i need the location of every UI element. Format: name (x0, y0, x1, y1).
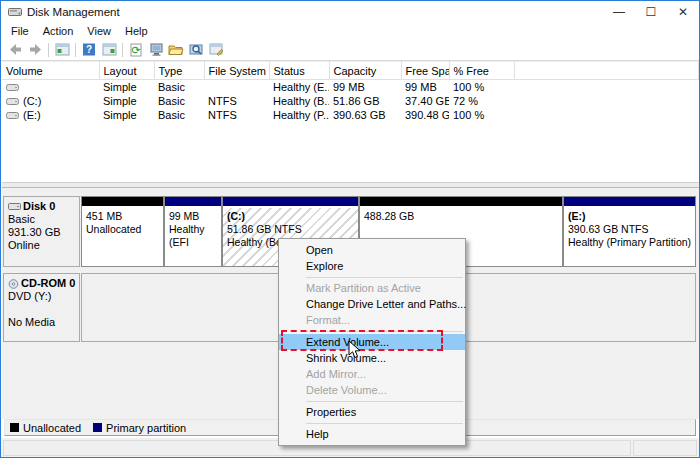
volume-list: Volume Layout Type File System Status Ca… (2, 61, 699, 182)
legend-primary-partition: Primary partition (93, 422, 186, 434)
volume-list-header: Volume Layout Type File System Status Ca… (2, 62, 699, 80)
legend-label: Unallocated (23, 422, 81, 434)
menu-action[interactable]: Action (36, 24, 81, 38)
volume-row[interactable]: (E:) Simple Basic NTFS Healthy (P... 390… (2, 108, 699, 122)
cell-pct-free: 100 % (449, 80, 514, 95)
cdrom-name: CD-ROM 0 (21, 277, 75, 290)
menu-help[interactable]: Help (118, 24, 155, 38)
maximize-button[interactable]: ☐ (635, 1, 667, 23)
cell-pct-free: 100 % (449, 108, 514, 122)
mouse-cursor-icon (348, 340, 362, 362)
help-icon[interactable]: ? (79, 41, 99, 59)
menu-item-properties[interactable]: Properties (279, 404, 465, 420)
col-file-system[interactable]: File System (204, 62, 269, 80)
cell-pct-free: 72 % (449, 94, 514, 108)
refresh-icon[interactable]: ⟳ (126, 41, 146, 59)
partition-letter: (C:) (227, 210, 357, 223)
title-bar: Disk Management — ☐ ✕ (1, 1, 699, 23)
close-button[interactable]: ✕ (667, 1, 699, 23)
cell-capacity: 51.86 GB (329, 94, 401, 108)
col-type[interactable]: Type (154, 62, 204, 80)
disk0-name: Disk 0 (23, 200, 55, 213)
partition-efi[interactable]: 99 MB Healthy (EFI (164, 196, 222, 267)
partition-size: 99 MB (169, 210, 220, 223)
menu-item-shrink-volume[interactable]: Shrink Volume... (279, 350, 465, 366)
legend-label: Primary partition (106, 422, 186, 434)
col-status[interactable]: Status (269, 62, 329, 80)
cell-layout: Simple (99, 80, 154, 95)
partition-size: 488.28 GB (364, 210, 561, 223)
extend-volume-annotation-box (281, 330, 443, 351)
disk0-size: 931.30 GB (8, 226, 77, 239)
cell-status: Healthy (E... (269, 80, 329, 95)
col-layout[interactable]: Layout (99, 62, 154, 80)
window-title: Disk Management (27, 6, 120, 18)
menu-item-add-mirror: Add Mirror... (279, 366, 465, 382)
cell-free-space: 99 MB (401, 80, 449, 95)
open-folder-icon[interactable] (166, 41, 186, 59)
partition-e[interactable]: (E:) 390.63 GB NTFS Healthy (Primary Par… (563, 196, 696, 267)
cell-type: Basic (154, 108, 204, 122)
volume-row[interactable]: (C:) Simple Basic NTFS Healthy (B... 51.… (2, 94, 699, 108)
col-capacity[interactable]: Capacity (329, 62, 401, 80)
cdrom-drive: DVD (Y:) (8, 290, 77, 303)
menu-bar: File Action View Help (1, 23, 699, 39)
partition-size: 390.63 GB NTFS (568, 223, 694, 236)
cell-capacity: 390.63 GB (329, 108, 401, 122)
volume-icon (6, 111, 19, 120)
menu-item-open[interactable]: Open (279, 242, 465, 258)
cell-type: Basic (154, 80, 204, 95)
unallocated-swatch (10, 423, 19, 432)
unallocated-bar (360, 197, 562, 208)
volume-name: (C:) (23, 95, 41, 107)
partition-status: Healthy (Primary Partition) (568, 236, 694, 249)
menu-file[interactable]: File (4, 24, 36, 38)
status-pane (633, 440, 697, 456)
unallocated-bar (82, 197, 163, 208)
menu-item-explore[interactable]: Explore (279, 258, 465, 274)
disk0-label-panel[interactable]: Disk 0 Basic 931.30 GB Online (3, 196, 80, 267)
view-icon[interactable] (186, 41, 206, 59)
svg-text:?: ? (86, 44, 92, 55)
primary-partition-swatch (93, 423, 102, 432)
show-action-pane-icon[interactable] (99, 41, 119, 59)
cell-layout: Simple (99, 94, 154, 108)
cdrom-media: No Media (8, 316, 77, 329)
menu-item-help[interactable]: Help (279, 426, 465, 442)
disk-icon (8, 202, 21, 211)
col-free-space[interactable]: Free Spa... (401, 62, 449, 80)
primary-bar (564, 197, 695, 208)
cell-file-system: NTFS (204, 108, 269, 122)
show-console-tree-icon[interactable] (52, 41, 72, 59)
properties-icon[interactable] (206, 41, 226, 59)
partition-size: 451 MB (86, 210, 162, 223)
partition-unallocated-451mb[interactable]: 451 MB Unallocated (81, 196, 164, 267)
col-volume[interactable]: Volume (2, 62, 99, 80)
primary-bar (165, 197, 221, 208)
disk-management-icon (8, 6, 22, 18)
menu-item-format: Format... (279, 312, 465, 328)
rescan-disks-icon[interactable] (146, 41, 166, 59)
menu-separator (306, 423, 463, 424)
col-pct-free[interactable]: % Free (449, 62, 514, 80)
disk0-status: Online (8, 239, 77, 252)
toolbar-separator (122, 43, 123, 57)
volume-row[interactable]: Simple Basic Healthy (E... 99 MB 99 MB 1… (2, 80, 699, 95)
cell-capacity: 99 MB (329, 80, 401, 95)
menu-separator (306, 277, 463, 278)
cell-file-system (204, 80, 269, 95)
cd-icon (8, 279, 19, 289)
minimize-button[interactable]: — (603, 1, 635, 23)
svg-text:⟳: ⟳ (131, 44, 140, 56)
volume-icon (6, 97, 19, 106)
back-icon[interactable] (5, 41, 25, 59)
cell-file-system: NTFS (204, 94, 269, 108)
cell-free-space: 37.40 GB (401, 94, 449, 108)
forward-icon[interactable] (25, 41, 45, 59)
cdrom-label-panel[interactable]: CD-ROM 0 DVD (Y:) No Media (3, 273, 80, 342)
disk-management-window: Disk Management — ☐ ✕ File Action View H… (0, 0, 700, 458)
disk0-type: Basic (8, 213, 77, 226)
partition-size: 51.86 GB NTFS (227, 223, 357, 236)
menu-item-change-drive-letter[interactable]: Change Drive Letter and Paths... (279, 296, 465, 312)
menu-view[interactable]: View (80, 24, 118, 38)
